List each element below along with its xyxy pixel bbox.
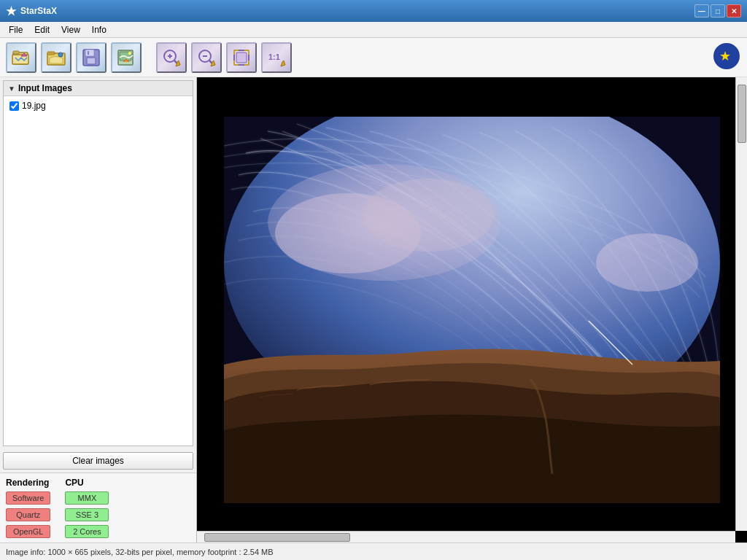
rendering-group: Rendering Software Quartz OpenGL <box>6 478 50 538</box>
main-area: ▼ Input Images 19.jpg Clear images Rende… <box>0 77 747 542</box>
image-filename: 19.jpg <box>22 101 46 111</box>
zoom-in-button[interactable] <box>156 42 187 73</box>
svg-rect-10 <box>87 58 96 64</box>
toolbar: 1:1 ★ <box>0 38 747 77</box>
clear-btn-container: Clear images <box>0 449 196 472</box>
svg-point-34 <box>363 179 494 252</box>
open-folder-button[interactable] <box>41 42 71 73</box>
image-checkbox[interactable] <box>9 101 19 111</box>
fit-button[interactable] <box>226 42 257 73</box>
svg-rect-1 <box>13 51 19 54</box>
svg-point-35 <box>596 233 698 292</box>
menubar: File Edit View Info <box>0 22 747 38</box>
svg-point-14 <box>128 52 131 55</box>
svg-rect-9 <box>85 50 94 56</box>
minimize-button[interactable]: — <box>694 4 709 18</box>
rendering-cpu-panel: Rendering Software Quartz OpenGL CPU MMX… <box>6 478 190 538</box>
scrollbar-thumb-h[interactable] <box>204 533 350 542</box>
titlebar: ★ StarStaX — □ ✕ <box>0 0 747 22</box>
close-button[interactable]: ✕ <box>727 4 741 18</box>
horizontal-scrollbar[interactable] <box>197 531 735 542</box>
cpu-cores: 2 Cores <box>65 525 109 538</box>
zoom-out-button[interactable] <box>191 42 222 73</box>
export-button[interactable] <box>111 42 142 73</box>
scrollbar-thumb-v[interactable] <box>738 85 746 143</box>
svg-text:★: ★ <box>719 49 731 63</box>
svg-rect-11 <box>88 51 89 55</box>
app-logo: ★ <box>712 42 741 73</box>
rendering-quartz[interactable]: Quartz <box>6 508 50 521</box>
menu-edit[interactable]: Edit <box>28 23 55 36</box>
svg-marker-27 <box>281 61 285 66</box>
status-text: Image info: 1000 × 665 pixels, 32-bits p… <box>6 548 274 556</box>
svg-text:1:1: 1:1 <box>268 52 280 61</box>
svg-rect-5 <box>47 52 55 55</box>
images-list[interactable]: 19.jpg <box>4 96 193 446</box>
cpu-mmx: MMX <box>65 491 109 505</box>
rendering-opengl[interactable]: OpenGL <box>6 525 50 538</box>
vertical-scrollbar[interactable] <box>735 77 747 531</box>
app-icon: ★ <box>6 4 16 18</box>
svg-rect-25 <box>236 52 247 63</box>
cpu-sse3: SSE 3 <box>65 508 109 521</box>
rendering-software[interactable]: Software <box>6 491 50 505</box>
left-panel: ▼ Input Images 19.jpg Clear images Rende… <box>0 77 197 542</box>
menu-info[interactable]: Info <box>86 23 112 36</box>
maximize-button[interactable]: □ <box>711 4 725 18</box>
save-button[interactable] <box>76 42 107 73</box>
rendering-label: Rendering <box>6 478 50 488</box>
open-file-button[interactable] <box>6 42 36 73</box>
cpu-group: CPU MMX SSE 3 2 Cores <box>65 478 109 538</box>
app-title: StarStaX <box>20 6 57 16</box>
input-images-label: Input Images <box>18 83 72 93</box>
image-viewer[interactable] <box>197 77 747 542</box>
titlebar-left: ★ StarStaX <box>6 4 57 18</box>
cpu-label: CPU <box>65 478 109 488</box>
star-trails-image <box>224 117 720 503</box>
menu-file[interactable]: File <box>3 23 28 36</box>
images-section: ▼ Input Images 19.jpg <box>3 80 193 446</box>
images-header: ▼ Input Images <box>4 81 193 96</box>
list-item: 19.jpg <box>7 99 190 112</box>
titlebar-controls: — □ ✕ <box>694 4 741 18</box>
bottom-info: Rendering Software Quartz OpenGL CPU MMX… <box>0 472 196 542</box>
zoom-100-button[interactable]: 1:1 <box>261 42 292 73</box>
menu-view[interactable]: View <box>55 23 86 36</box>
statusbar: Image info: 1000 × 665 pixels, 32-bits p… <box>0 542 747 560</box>
clear-images-button[interactable]: Clear images <box>3 452 193 470</box>
